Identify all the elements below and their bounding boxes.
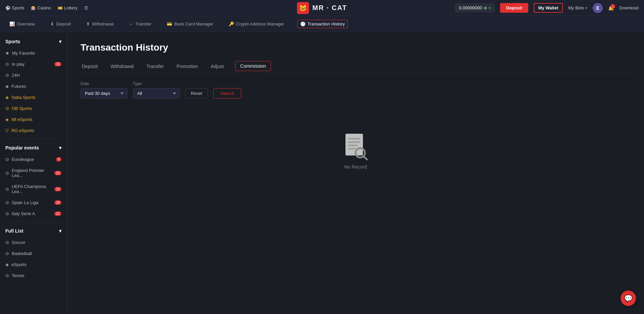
sidebar-item-uefa[interactable]: ⊙ UEFA Champions Lea... 16 — [0, 181, 67, 197]
empty-state: No Record — [80, 112, 631, 190]
type-filter-label: Type — [133, 81, 180, 86]
sports-icon: ⚽ — [5, 6, 10, 10]
transaction-history-icon: 🕐 — [300, 21, 306, 26]
wallet-navigation: 📊 Overview ⬇ Deposit ⬆ Withdrawal ↔ Tran… — [0, 16, 644, 32]
sidebar-item-basketball[interactable]: ⊙ Basketball — [0, 248, 67, 259]
spain-label: Spain La Liga — [12, 200, 39, 205]
euroleague-label: Euroleague — [12, 157, 34, 162]
soccer-label: Soccer — [12, 240, 25, 245]
sidebar-item-tennis[interactable]: ⊙ Tennis — [0, 270, 67, 281]
lottery-icon: 🎫 — [58, 6, 62, 10]
wallet-nav-deposit[interactable]: ⬇ Deposit — [48, 20, 73, 28]
england-label: England Premier Lea... — [12, 168, 52, 178]
ob-icon: ⊙ — [5, 106, 9, 111]
sidebar-item-my-favorite[interactable]: ★ My Favorite — [0, 48, 67, 59]
sidebar-item-esports[interactable]: ◈ eSports — [0, 259, 67, 270]
bank-card-label: Bank Card Manager — [174, 21, 213, 26]
no-record-text: No Record — [344, 164, 367, 170]
wallet-nav-crypto[interactable]: 🔑 Crypto Address Manager — [226, 20, 287, 28]
spain-badge: 28 — [54, 200, 61, 205]
user-avatar[interactable]: E — [593, 3, 603, 13]
rg-label: RG eSports — [11, 128, 34, 133]
wallet-nav-transaction-history[interactable]: 🕐 Transaction History — [297, 20, 348, 28]
in-play-label: In play — [12, 62, 24, 67]
date-filter-group: Date Past 30 days Past 7 days Today Cust… — [80, 81, 127, 99]
tab-withdrawal[interactable]: Withdrawal — [109, 61, 135, 73]
overview-label: Overview — [17, 21, 35, 26]
my-bets-chevron — [585, 5, 587, 10]
my-wallet-button[interactable]: My Wallet — [534, 3, 563, 13]
sidebar-item-in-play[interactable]: ⊙ In play 33 — [0, 59, 67, 70]
tab-commission[interactable]: Commission — [235, 61, 271, 71]
search-button[interactable]: Search — [213, 88, 241, 99]
sports-nav-item[interactable]: ⚽ Sports — [5, 5, 24, 10]
sidebar-item-soccer[interactable]: ⊙ Soccer — [0, 237, 67, 248]
chat-button[interactable]: 💬 — [621, 291, 636, 306]
full-list-chevron: ▾ — [59, 228, 61, 234]
italy-label: Italy Serie A — [12, 211, 35, 216]
transfer-icon: ↔ — [129, 21, 133, 26]
wallet-nav-overview[interactable]: 📊 Overview — [7, 20, 38, 28]
popular-section-label: Popular events — [5, 145, 39, 150]
popular-section-header[interactable]: Popular events ▾ — [0, 142, 67, 154]
overview-icon: 📊 — [9, 21, 15, 26]
notification-icon[interactable]: 🔔 1 — [608, 5, 614, 11]
empty-icon — [342, 132, 369, 159]
transfer-label: Transfer — [136, 21, 152, 26]
sidebar-item-24h[interactable]: ⊙ 24H — [0, 70, 67, 81]
full-list-section-header[interactable]: Full List ▾ — [0, 225, 67, 237]
sports-section-chevron: ▾ — [59, 39, 61, 44]
transaction-tabs: Deposit Withdrawal Transfer Promotion Ad… — [80, 61, 631, 73]
sidebar-item-italy-serie[interactable]: ⊙ Italy Serie A 21 — [0, 208, 67, 219]
date-filter-select[interactable]: Past 30 days Past 7 days Today Custom — [80, 88, 127, 99]
full-list-section-label: Full List — [5, 228, 23, 234]
deposit-button[interactable]: Deposit — [500, 3, 528, 13]
casino-nav-item[interactable]: 🎰 Casino — [31, 5, 51, 10]
my-bets-button[interactable]: My Bets — [568, 5, 587, 10]
sports-section-header[interactable]: Sports ▾ — [0, 36, 67, 48]
sidebar-item-futures[interactable]: ◈ Futures — [0, 81, 67, 92]
wallet-nav-withdrawal[interactable]: ⬆ Withdrawal — [84, 20, 116, 28]
svg-rect-2 — [348, 141, 360, 143]
saba-icon: ◈ — [5, 95, 9, 100]
sports-label: Sports — [12, 5, 24, 10]
tab-promotion[interactable]: Promotion — [175, 61, 199, 73]
esports-icon: ◈ — [5, 262, 9, 267]
sidebar-divider-1 — [5, 139, 61, 139]
uefa-label: UEFA Champions Lea... — [12, 184, 52, 194]
type-filter-select[interactable]: All Deposit Withdrawal — [133, 88, 180, 99]
sidebar-item-england-premier[interactable]: ⊙ England Premier Lea... 20 — [0, 165, 67, 181]
filter-row: Date Past 30 days Past 7 days Today Cust… — [80, 81, 631, 99]
reset-button[interactable]: Reset — [185, 88, 208, 99]
balance-amount: 0.00000000 — [459, 5, 482, 10]
sidebar-item-saba-sports[interactable]: ◈ Saba Sports — [0, 92, 67, 103]
sidebar-divider-2 — [5, 222, 61, 222]
tennis-label: Tennis — [12, 273, 24, 278]
balance-chevron[interactable] — [489, 5, 491, 10]
svg-rect-3 — [348, 145, 358, 146]
sidebar-item-ob-sports[interactable]: ⊙ OB Sports — [0, 103, 67, 114]
england-badge: 20 — [54, 171, 61, 175]
tab-adjust[interactable]: Adjust — [209, 61, 225, 73]
wallet-nav-transfer[interactable]: ↔ Transfer — [126, 20, 154, 28]
sidebar-item-rg-esports[interactable]: ▽ RG eSports — [0, 125, 67, 136]
logo-icon: 🐱 — [297, 2, 309, 14]
main-layout: Sports ▾ ★ My Favorite ⊙ In play 33 ⊙ 24… — [0, 32, 644, 314]
euroleague-badge: 9 — [56, 157, 61, 162]
download-button[interactable]: Download — [619, 5, 639, 10]
sidebar-item-im-esports[interactable]: ◈ IM eSports — [0, 114, 67, 125]
tab-deposit[interactable]: Deposit — [80, 61, 99, 73]
tab-transfer[interactable]: Transfer — [145, 61, 165, 73]
england-icon: ⊙ — [5, 171, 9, 176]
sports-section-label: Sports — [5, 39, 20, 44]
italy-badge: 21 — [54, 211, 61, 216]
lottery-nav-item[interactable]: 🎫 Lottery — [58, 5, 77, 10]
my-bets-label: My Bets — [568, 5, 584, 10]
basketball-icon: ⊙ — [5, 251, 9, 256]
wallet-nav-bank-card[interactable]: 💳 Bank Card Manager — [164, 20, 216, 28]
sidebar-item-euroleague[interactable]: ⊙ Euroleague 9 — [0, 154, 67, 165]
top-navigation: ⚽ Sports 🎰 Casino 🎫 Lottery ☰ 🐱 MR · CAT… — [0, 0, 644, 16]
sidebar-item-spain-la-liga[interactable]: ⊙ Spain La Liga 28 — [0, 197, 67, 208]
lottery-label: Lottery — [64, 5, 77, 10]
more-nav-item[interactable]: ☰ — [84, 5, 88, 10]
